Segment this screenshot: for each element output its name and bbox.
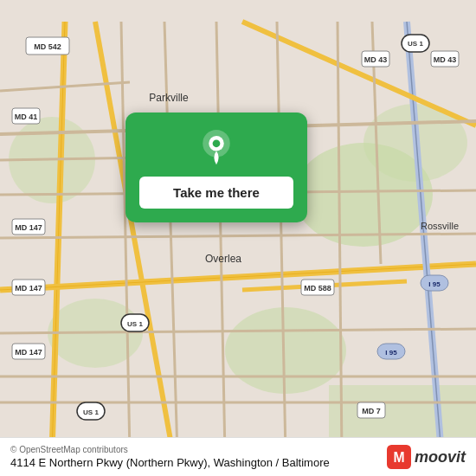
- svg-text:Rossville: Rossville: [421, 221, 459, 231]
- svg-text:US 1: US 1: [408, 40, 423, 48]
- location-popup-card: Take me there: [125, 113, 307, 222]
- svg-point-2: [225, 307, 346, 394]
- bottom-info-bar: © OpenStreetMap contributors 4114 E Nort…: [0, 437, 476, 476]
- svg-text:MD 588: MD 588: [304, 284, 331, 293]
- svg-text:Parkville: Parkville: [149, 92, 189, 104]
- svg-text:MD 147: MD 147: [15, 223, 42, 232]
- moovit-logo: M moovit: [387, 445, 466, 469]
- bottom-left-info: © OpenStreetMap contributors 4114 E Nort…: [10, 445, 330, 469]
- svg-text:MD 43: MD 43: [364, 55, 388, 64]
- address-text: 4114 E Northern Pkwy (Northern Pkwy), Wa…: [10, 456, 330, 469]
- svg-text:MD 147: MD 147: [15, 348, 42, 357]
- svg-text:MD 41: MD 41: [15, 113, 38, 121]
- svg-text:M: M: [393, 450, 404, 465]
- svg-point-63: [213, 139, 221, 147]
- map-container: MD 542 US 1 MD 43 MD 43 MD 41 MD 147 MD …: [0, 0, 476, 476]
- location-pin-icon: [198, 130, 235, 166]
- svg-text:MD 542: MD 542: [34, 42, 61, 51]
- moovit-brand-text: moovit: [415, 448, 466, 466]
- take-me-there-button[interactable]: Take me there: [139, 177, 293, 209]
- svg-text:Overlea: Overlea: [205, 253, 241, 265]
- svg-text:I 95: I 95: [385, 349, 397, 357]
- map-roads: MD 542 US 1 MD 43 MD 43 MD 41 MD 147 MD …: [0, 0, 476, 476]
- copyright-text: © OpenStreetMap contributors: [10, 445, 330, 454]
- svg-text:US 1: US 1: [127, 320, 143, 328]
- svg-text:MD 7: MD 7: [362, 407, 381, 415]
- moovit-m-icon: M: [387, 445, 411, 469]
- svg-text:US 1: US 1: [83, 408, 99, 416]
- svg-text:MD 43: MD 43: [434, 55, 457, 64]
- svg-text:MD 147: MD 147: [15, 284, 42, 293]
- svg-text:I 95: I 95: [428, 280, 441, 288]
